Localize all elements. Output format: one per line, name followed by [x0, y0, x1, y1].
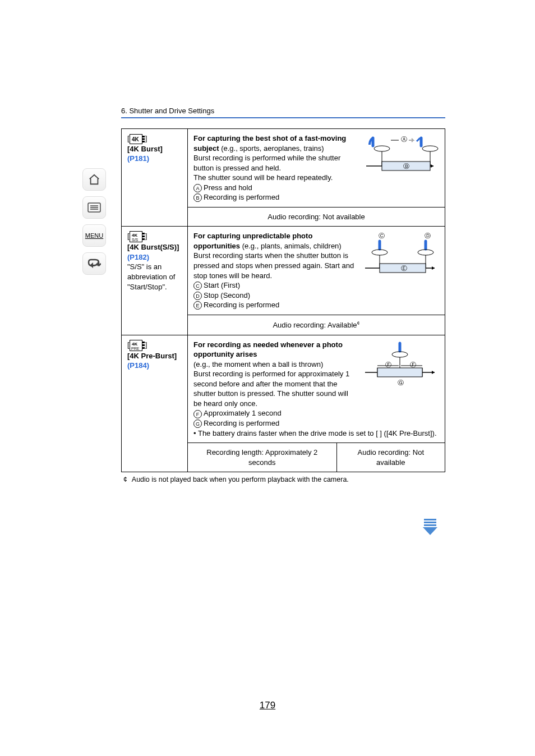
desc-item-text: Recording is performed [204, 301, 279, 309]
back-icon [87, 258, 101, 269]
breadcrumb: 6. Shutter and Drive Settings [121, 107, 445, 118]
desc-item: FApproximately 1 second [193, 408, 439, 418]
svg-text:Ⓑ: Ⓑ [403, 163, 409, 169]
desc-item: GRecording is performed [193, 418, 439, 428]
desc-examples: (e.g., sports, aeroplanes, trains) [219, 144, 324, 153]
bracket: ] [145, 232, 147, 241]
bracket: ] [145, 340, 147, 349]
svg-text:4K: 4K [132, 136, 140, 142]
modes-table: [4K] [4K Burst] (P181) [121, 128, 445, 472]
page-reference-link[interactable]: (P182) [127, 252, 182, 262]
marker-circle: A [193, 184, 202, 192]
pre-burst-diagram: Ⓕ Ⓕ Ⓖ [361, 340, 439, 394]
4k-burst-ss-icon: 4KS/S [130, 231, 145, 242]
footnote-text: Audio is not played back when you perfor… [132, 476, 349, 483]
desc-item-text: Approximately 1 second [204, 409, 282, 417]
mode-icon-bracket: [4K] [127, 133, 182, 144]
marker-circle: B [193, 193, 202, 202]
desc-item-text: Recording is performed [204, 193, 279, 201]
desc-bullet-text: The battery drains faster when the drive… [198, 429, 437, 437]
audio-text: Audio recording: Available [273, 321, 357, 329]
menu-label: MENU [85, 232, 103, 239]
contents-icon [87, 202, 101, 213]
marker-circle: E [193, 301, 202, 310]
svg-rect-7 [142, 138, 145, 140]
svg-text:Ⓖ: Ⓖ [398, 379, 404, 386]
svg-text:Ⓔ: Ⓔ [401, 265, 407, 271]
desc-item-text: Stop (Second) [204, 291, 250, 299]
desc-item-text: Start (First) [204, 281, 240, 289]
svg-rect-6 [142, 136, 145, 137]
mode-name: [4K Pre-Burst] [127, 351, 182, 361]
menu-button[interactable]: MENU [82, 224, 106, 247]
svg-point-10 [422, 146, 438, 151]
recording-length-info: Recording length: Approximately 2 second… [188, 443, 337, 472]
page-content: 6. Shutter and Drive Settings [4K] [4K B… [121, 107, 445, 483]
svg-text:Ⓕ: Ⓕ [410, 361, 416, 368]
footnote-ref: ¢ [357, 320, 360, 326]
svg-rect-20 [142, 233, 145, 234]
4k-pre-burst-icon: 4KPRE [130, 340, 145, 351]
marker-circle: F [193, 410, 202, 418]
svg-point-9 [374, 146, 390, 151]
page-reference-link[interactable]: (P184) [127, 361, 182, 371]
back-button[interactable] [82, 252, 106, 275]
mode-name: [4K Burst] [127, 144, 182, 154]
footnote: ¢ Audio is not played back when you perf… [121, 476, 445, 483]
desc-heading: For recording as needed whenever a photo… [193, 340, 343, 359]
desc-examples: (e.g., plants, animals, children) [240, 242, 342, 250]
desc-item: DStop (Second) [193, 291, 439, 301]
svg-rect-35 [142, 342, 145, 343]
table-row: [4K] [4K Burst] (P181) [122, 129, 445, 208]
table-row: [4KS/S] [4K Burst(S/S)] (P182) "S/S" is … [122, 227, 445, 315]
bracket: ] [145, 134, 147, 142]
svg-text:Ⓕ: Ⓕ [385, 361, 391, 368]
desc-bullet: • The battery drains faster when the dri… [193, 428, 439, 439]
svg-rect-51 [424, 524, 436, 526]
sidebar: MENU [79, 168, 110, 275]
svg-text:S/S: S/S [132, 238, 139, 242]
svg-text:4K: 4K [132, 342, 137, 347]
desc-item: ERecording is performed [193, 300, 439, 310]
table-row: [4KPRE] [4K Pre-Burst] (P184) [122, 335, 445, 442]
svg-text:PRE: PRE [131, 347, 140, 351]
footnote-marker: ¢ [123, 476, 130, 483]
marker-circle: G [193, 420, 202, 428]
mode-icon-bracket: [4KS/S] [127, 231, 182, 242]
svg-rect-50 [424, 522, 436, 523]
svg-text:Ⓓ: Ⓓ [425, 232, 431, 239]
svg-rect-36 [142, 344, 145, 346]
burst-ss-diagram: Ⓒ Ⓓ [361, 231, 439, 282]
svg-text:Ⓒ: Ⓒ [379, 232, 385, 239]
audio-info: Audio recording: Available¢ [188, 315, 445, 335]
mode-icon-bracket: [4KPRE] [127, 340, 182, 351]
desc-item-text: Recording is performed [204, 419, 279, 427]
mode-note: "S/S" is an abbreviation of "Start/Stop"… [127, 262, 182, 292]
burst-diagram: Ⓐ Ⓑ [361, 133, 439, 185]
home-button[interactable] [82, 168, 106, 191]
svg-text:Ⓐ: Ⓐ [401, 136, 407, 142]
svg-rect-49 [424, 519, 436, 520]
svg-rect-37 [142, 347, 145, 349]
svg-rect-21 [142, 236, 145, 237]
home-icon [88, 173, 100, 186]
marker-circle: C [193, 282, 202, 290]
continue-arrow-icon [421, 519, 440, 537]
contents-button[interactable] [82, 196, 106, 219]
marker-circle: D [193, 292, 202, 300]
desc-item-text: Press and hold [204, 183, 252, 192]
audio-info: Audio recording: Not available [336, 443, 445, 472]
mode-name: [4K Burst(S/S)] [127, 242, 182, 252]
svg-rect-43 [377, 368, 422, 377]
desc-item: BRecording is performed [193, 192, 439, 202]
4k-burst-icon: 4K [130, 134, 145, 144]
svg-text:4K: 4K [132, 233, 137, 238]
page-number: 179 [0, 700, 535, 711]
svg-rect-22 [142, 238, 145, 240]
page-reference-link[interactable]: (P181) [127, 154, 182, 164]
svg-rect-8 [142, 141, 145, 142]
audio-info: Audio recording: Not available [188, 207, 445, 227]
